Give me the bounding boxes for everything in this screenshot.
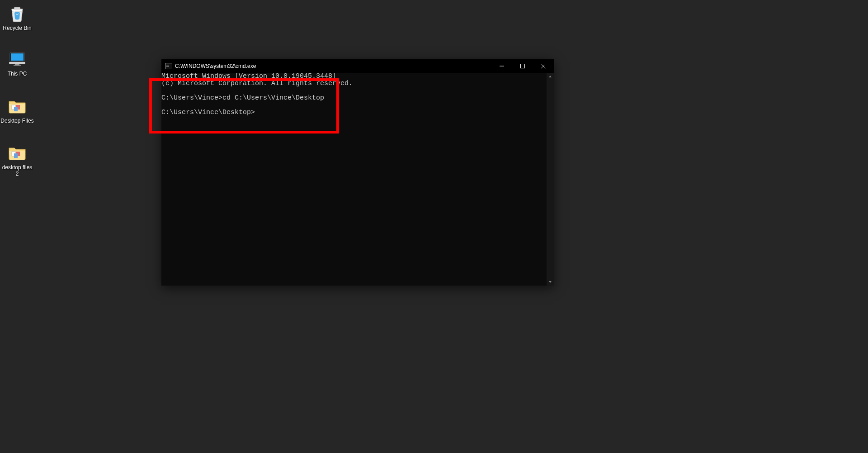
scroll-down-button[interactable] [547,278,554,286]
cmd-window[interactable]: C:\WINDOWS\system32\cmd.exe Microsoft Wi… [161,59,554,286]
cmd-line: Microsoft Windows [Version 10.0.19045.34… [161,73,336,80]
maximize-button[interactable] [512,59,533,73]
cmd-line: (c) Microsoft Corporation. All rights re… [161,80,353,87]
desktop-icon-label: Recycle Bin [3,25,31,31]
recycle-bin-icon [8,4,27,23]
scroll-up-button[interactable] [547,73,554,80]
cmd-line: C:\Users\Vince\Desktop> [161,109,255,116]
desktop-icon-folder-desktop-files-2[interactable]: desktop files 2 [0,143,34,177]
svg-rect-9 [14,107,18,111]
desktop-icon-label: desktop files 2 [0,164,34,177]
svg-rect-4 [9,62,25,64]
window-controls [491,59,554,73]
cmd-body[interactable]: Microsoft Windows [Version 10.0.19045.34… [161,73,554,286]
close-button[interactable] [533,59,554,73]
svg-rect-5 [15,64,19,65]
minimize-button[interactable] [491,59,512,73]
desktop-icon-label: This PC [8,71,27,77]
cmd-line: C:\Users\Vince>cd C:\Users\Vince\Desktop [161,94,324,102]
svg-rect-14 [521,64,525,68]
svg-rect-0 [14,10,15,12]
desktop-icon-recycle-bin[interactable]: Recycle Bin [0,4,34,31]
cmd-output[interactable]: Microsoft Windows [Version 10.0.19045.34… [161,73,547,286]
cmd-scrollbar[interactable] [547,73,554,286]
svg-rect-12 [14,153,18,158]
desktop-icon-folder-desktop-files[interactable]: Desktop FIles [0,97,34,124]
cmd-title-left: C:\WINDOWS\system32\cmd.exe [161,63,256,69]
svg-rect-2 [11,53,24,61]
desktop-icon-this-pc[interactable]: This PC [0,50,34,77]
svg-rect-6 [14,65,21,66]
cmd-system-menu-icon[interactable] [165,63,172,69]
desktop: Recycle Bin This PC Deskt [0,0,868,453]
folder-icon [8,143,27,162]
folder-icon [8,97,27,116]
this-pc-icon [8,50,27,69]
cmd-titlebar[interactable]: C:\WINDOWS\system32\cmd.exe [161,59,554,73]
desktop-icon-label: Desktop FIles [0,118,33,124]
cmd-title-text: C:\WINDOWS\system32\cmd.exe [175,63,256,69]
